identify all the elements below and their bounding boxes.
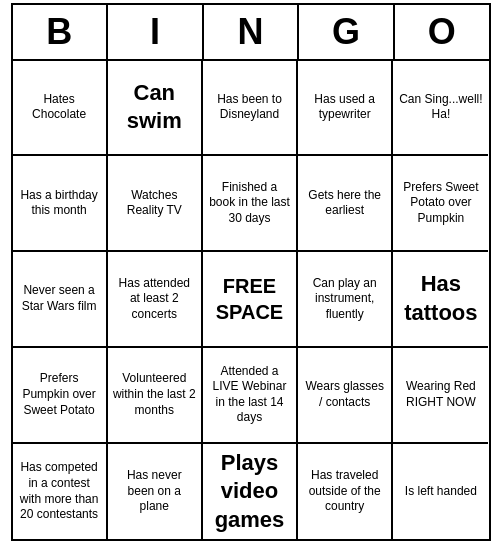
bingo-cell-19[interactable]: Wearing Red RIGHT NOW	[393, 348, 488, 444]
bingo-cell-17[interactable]: Attended a LIVE Webinar in the last 14 d…	[203, 348, 298, 444]
bingo-cell-14[interactable]: Has tattoos	[393, 252, 488, 348]
bingo-cell-10[interactable]: Never seen a Star Wars film	[13, 252, 108, 348]
bingo-cell-13[interactable]: Can play an instrument, fluently	[298, 252, 393, 348]
bingo-cell-24[interactable]: Is left handed	[393, 444, 488, 540]
bingo-cell-8[interactable]: Gets here the earliest	[298, 156, 393, 252]
bingo-cell-4[interactable]: Can Sing...well! Ha!	[393, 61, 488, 157]
bingo-cell-1[interactable]: Can swim	[108, 61, 203, 157]
bingo-cell-15[interactable]: Prefers Pumpkin over Sweet Potato	[13, 348, 108, 444]
bingo-cell-3[interactable]: Has used a typewriter	[298, 61, 393, 157]
bingo-letter-o: O	[395, 5, 489, 59]
bingo-cell-23[interactable]: Has traveled outside of the country	[298, 444, 393, 540]
bingo-cell-0[interactable]: Hates Chocolate	[13, 61, 108, 157]
bingo-cell-2[interactable]: Has been to Disneyland	[203, 61, 298, 157]
bingo-cell-11[interactable]: Has attended at least 2 concerts	[108, 252, 203, 348]
bingo-letter-g: G	[299, 5, 395, 59]
bingo-cell-21[interactable]: Has never been on a plane	[108, 444, 203, 540]
bingo-cell-16[interactable]: Volunteered within the last 2 months	[108, 348, 203, 444]
bingo-cell-20[interactable]: Has competed in a contest with more than…	[13, 444, 108, 540]
bingo-cell-9[interactable]: Prefers Sweet Potato over Pumpkin	[393, 156, 488, 252]
bingo-card: BINGO Hates ChocolateCan swimHas been to…	[11, 3, 491, 542]
bingo-cell-12[interactable]: FREE SPACE	[203, 252, 298, 348]
bingo-cell-5[interactable]: Has a birthday this month	[13, 156, 108, 252]
bingo-letter-b: B	[13, 5, 109, 59]
bingo-cell-6[interactable]: Watches Reality TV	[108, 156, 203, 252]
bingo-cell-7[interactable]: Finished a book in the last 30 days	[203, 156, 298, 252]
bingo-cell-18[interactable]: Wears glasses / contacts	[298, 348, 393, 444]
bingo-cell-22[interactable]: Plays video games	[203, 444, 298, 540]
bingo-letter-n: N	[204, 5, 300, 59]
bingo-header: BINGO	[13, 5, 489, 61]
bingo-letter-i: I	[108, 5, 204, 59]
bingo-grid: Hates ChocolateCan swimHas been to Disne…	[13, 61, 489, 540]
